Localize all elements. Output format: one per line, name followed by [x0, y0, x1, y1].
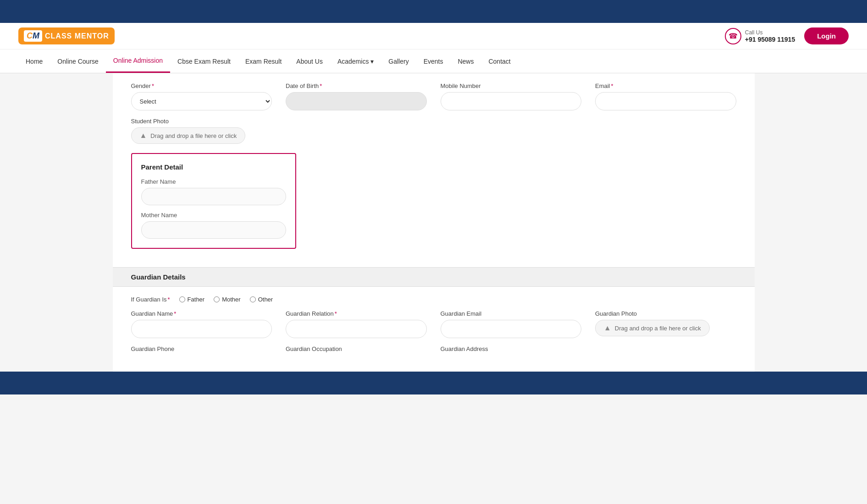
dob-label: Date of Birth*	[286, 82, 427, 89]
guardian-is-group: If Guardian Is* Father Mother Other	[131, 296, 736, 303]
parent-detail-title: Parent Detail	[141, 163, 286, 171]
radio-mother-label: Mother	[222, 296, 240, 303]
main-content: Gender* Select Male Female Other Date of…	[113, 73, 755, 372]
gender-select[interactable]: Select Male Female Other	[131, 92, 272, 110]
guardian-fields-row-2: Guardian Phone Guardian Occupation Guard…	[131, 345, 736, 355]
nav-events[interactable]: Events	[416, 50, 451, 72]
radio-mother-input[interactable]	[214, 296, 220, 302]
top-bar	[0, 0, 867, 23]
form-section: Gender* Select Male Female Other Date of…	[113, 73, 755, 267]
guardian-relation-group: Guardian Relation*	[286, 310, 427, 338]
guardian-section-header: Guardian Details	[113, 267, 755, 287]
guardian-relation-label: Guardian Relation*	[286, 310, 427, 317]
guardian-occupation-group: Guardian Occupation	[286, 345, 427, 355]
nav-contact[interactable]: Contact	[481, 50, 518, 72]
mobile-group: Mobile Number	[441, 82, 582, 110]
dob-input[interactable]	[286, 92, 427, 110]
guardian-occupation-label: Guardian Occupation	[286, 345, 427, 352]
guardian-upload-icon: ▲	[604, 324, 611, 332]
mother-name-input[interactable]	[141, 221, 286, 239]
mobile-label: Mobile Number	[441, 82, 582, 89]
nav-online-course[interactable]: Online Course	[50, 50, 106, 72]
father-name-input[interactable]	[141, 188, 286, 205]
guardian-relation-input[interactable]	[286, 320, 427, 338]
nav-news[interactable]: News	[450, 50, 481, 72]
guardian-address-group: Guardian Address	[441, 345, 582, 355]
parent-detail-box: Parent Detail Father Name Mother Name	[131, 153, 296, 249]
login-button[interactable]: Login	[804, 27, 849, 44]
dob-required: *	[320, 82, 322, 89]
top-fields-row: Gender* Select Male Female Other Date of…	[131, 82, 736, 110]
radio-father[interactable]: Father	[179, 296, 205, 303]
logo-initials: CM	[24, 30, 42, 42]
if-guardian-label: If Guardian Is*	[131, 296, 170, 303]
call-label: Call Us	[745, 29, 795, 36]
phone-icon: ☎	[725, 28, 741, 44]
guardian-fields-row-1: Guardian Name* Guardian Relation* Guardi…	[131, 310, 736, 338]
upload-text: Drag and drop a file here or click	[150, 132, 237, 139]
dob-group: Date of Birth*	[286, 82, 427, 110]
nav-cbse-exam[interactable]: Cbse Exam Result	[170, 50, 238, 72]
guardian-name-group: Guardian Name*	[131, 310, 272, 338]
nav-exam-result[interactable]: Exam Result	[238, 50, 289, 72]
father-name-label: Father Name	[141, 178, 286, 185]
call-us: ☎ Call Us +91 95089 11915	[725, 28, 795, 44]
radio-other[interactable]: Other	[250, 296, 273, 303]
guardian-email-label: Guardian Email	[441, 310, 582, 317]
nav-academics[interactable]: Academics ▾	[330, 50, 381, 72]
guardian-email-group: Guardian Email	[441, 310, 582, 338]
guardian-section: If Guardian Is* Father Mother Other Guar…	[113, 287, 755, 372]
mobile-input[interactable]	[441, 92, 582, 110]
header-right: ☎ Call Us +91 95089 11915 Login	[725, 27, 849, 44]
email-input[interactable]	[595, 92, 736, 110]
gender-required: *	[152, 82, 154, 89]
email-group: Email*	[595, 82, 736, 110]
logo-name: CLASS MENTOR	[45, 32, 109, 40]
guardian-placeholder-group	[595, 345, 736, 355]
gender-label: Gender*	[131, 82, 272, 89]
nav-home[interactable]: Home	[18, 50, 50, 72]
navbar: Home Online Course Online Admission Cbse…	[0, 49, 867, 73]
student-photo-group: Student Photo ▲ Drag and drop a file her…	[131, 118, 736, 144]
phone-number: +91 95089 11915	[745, 36, 795, 43]
radio-other-input[interactable]	[250, 296, 256, 302]
radio-other-label: Other	[258, 296, 273, 303]
radio-mother[interactable]: Mother	[214, 296, 240, 303]
student-photo-label: Student Photo	[131, 118, 736, 125]
nav-gallery[interactable]: Gallery	[381, 50, 416, 72]
radio-father-input[interactable]	[179, 296, 185, 302]
nav-about-us[interactable]: About Us	[289, 50, 330, 72]
student-photo-upload[interactable]: ▲ Drag and drop a file here or click	[131, 127, 246, 144]
guardian-photo-label: Guardian Photo	[595, 310, 736, 317]
gender-group: Gender* Select Male Female Other	[131, 82, 272, 110]
logo-container[interactable]: CM CLASS MENTOR	[18, 27, 115, 44]
guardian-email-input[interactable]	[441, 320, 582, 338]
mother-name-label: Mother Name	[141, 212, 286, 219]
guardian-photo-group: Guardian Photo ▲ Drag and drop a file he…	[595, 310, 736, 338]
guardian-upload-text: Drag and drop a file here or click	[615, 325, 701, 332]
call-info: Call Us +91 95089 11915	[745, 29, 795, 43]
logo-box: CM CLASS MENTOR	[18, 27, 115, 44]
radio-father-label: Father	[188, 296, 205, 303]
guardian-phone-group: Guardian Phone	[131, 345, 272, 355]
bottom-bar	[0, 372, 867, 394]
guardian-photo-upload[interactable]: ▲ Drag and drop a file here or click	[595, 320, 710, 336]
guardian-address-label: Guardian Address	[441, 345, 582, 352]
nav-online-admission[interactable]: Online Admission	[106, 49, 170, 73]
guardian-phone-label: Guardian Phone	[131, 345, 272, 352]
upload-icon: ▲	[140, 131, 147, 140]
guardian-name-label: Guardian Name*	[131, 310, 272, 317]
email-label: Email*	[595, 82, 736, 89]
email-required: *	[611, 82, 613, 89]
guardian-name-input[interactable]	[131, 320, 272, 338]
header: CM CLASS MENTOR ☎ Call Us +91 95089 1191…	[0, 23, 867, 49]
